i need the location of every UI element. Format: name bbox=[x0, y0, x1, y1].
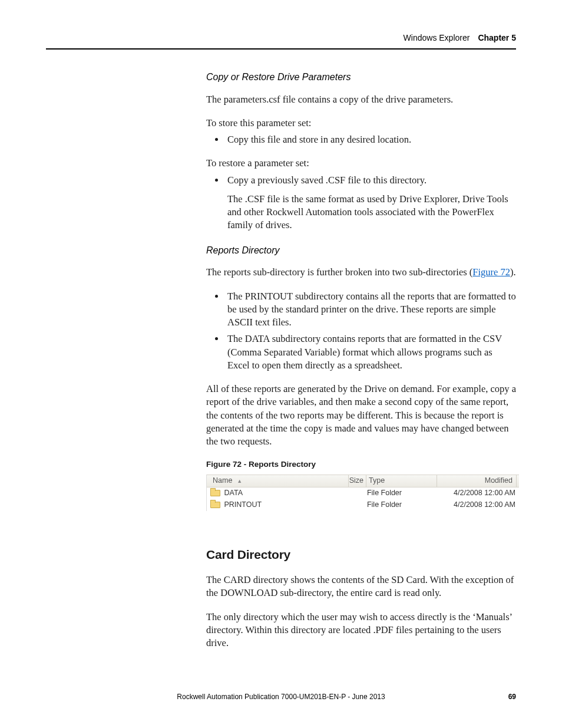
column-header-type-label: Type bbox=[369, 476, 385, 486]
store-leadin: To store this parameter set: bbox=[206, 117, 516, 130]
header-rule bbox=[46, 48, 516, 50]
list-item-modified: 4/2/2008 12:00 AM bbox=[437, 488, 519, 498]
column-header-size-label: Size bbox=[349, 476, 363, 486]
list-item[interactable]: DATA File Folder 4/2/2008 12:00 AM bbox=[207, 487, 519, 499]
column-header-size[interactable]: Size bbox=[349, 475, 366, 487]
reports-bullet-list: The PRINTOUT subdirectory contains all t… bbox=[206, 290, 516, 373]
header-chapter-label: Chapter 5 bbox=[478, 33, 516, 42]
reports-bullet-data: The DATA subdirectory contains reports t… bbox=[225, 332, 516, 372]
restore-note: The .CSF file is the same format as used… bbox=[227, 193, 516, 232]
heading-reports-directory: Reports Directory bbox=[206, 244, 516, 257]
card-directory-p2: The only directory which the user may wi… bbox=[206, 611, 516, 650]
folder-icon bbox=[210, 488, 219, 495]
heading-card-directory: Card Directory bbox=[206, 546, 516, 563]
column-header-name[interactable]: Name ▲ bbox=[210, 475, 349, 487]
header-section-title: Windows Explorer bbox=[404, 33, 470, 42]
footer-page-number: 69 bbox=[492, 693, 516, 701]
store-bullet: Copy this file and store in any desired … bbox=[225, 133, 516, 146]
column-header-type[interactable]: Type bbox=[366, 475, 437, 487]
page-footer: Rockwell Automation Publication 7000-UM2… bbox=[46, 693, 516, 701]
list-item-type: File Folder bbox=[367, 500, 437, 510]
reports-closing: All of these reports are generated by th… bbox=[206, 383, 516, 448]
body-content: Copy or Restore Drive Parameters The par… bbox=[206, 71, 516, 650]
list-item-name: PRINTOUT bbox=[224, 500, 262, 509]
copy-restore-intro: The parameters.csf file contains a copy … bbox=[206, 93, 516, 106]
column-header-modified-label: Modified bbox=[485, 476, 513, 486]
figure-72-caption: Figure 72 - Reports Directory bbox=[206, 459, 516, 470]
restore-leadin: To restore a parameter set: bbox=[206, 157, 516, 170]
restore-bullet-text: Copy a previously saved .CSF file to thi… bbox=[227, 174, 427, 186]
reports-bullet-printout: The PRINTOUT subdirectory contains all t… bbox=[225, 290, 516, 330]
list-item-name: DATA bbox=[224, 489, 242, 497]
reports-intro: The reports sub-directory is further bro… bbox=[206, 266, 516, 279]
heading-copy-restore: Copy or Restore Drive Parameters bbox=[206, 71, 516, 84]
sort-ascending-icon: ▲ bbox=[237, 477, 242, 485]
card-directory-p1: The CARD directory shows the contents of… bbox=[206, 574, 516, 600]
restore-bullet-list: Copy a previously saved .CSF file to thi… bbox=[206, 174, 516, 232]
column-header-name-label: Name bbox=[213, 476, 232, 486]
footer-publication: Rockwell Automation Publication 7000-UM2… bbox=[70, 693, 492, 701]
running-header: Windows Explorer Chapter 5 bbox=[46, 33, 516, 48]
list-item[interactable]: PRINTOUT File Folder 4/2/2008 12:00 AM bbox=[207, 499, 519, 511]
list-item-modified: 4/2/2008 12:00 AM bbox=[437, 500, 519, 510]
figure-72-listview: Name ▲ Size Type Modified DATA bbox=[206, 475, 519, 511]
store-bullet-list: Copy this file and store in any desired … bbox=[206, 133, 516, 146]
listview-header-row: Name ▲ Size Type Modified bbox=[207, 475, 519, 487]
folder-icon bbox=[210, 500, 219, 507]
restore-bullet: Copy a previously saved .CSF file to thi… bbox=[225, 174, 516, 232]
figure-72-link[interactable]: Figure 72 bbox=[472, 266, 510, 278]
reports-intro-post: ). bbox=[510, 266, 516, 278]
column-header-modified[interactable]: Modified bbox=[437, 475, 517, 487]
reports-intro-pre: The reports sub-directory is further bro… bbox=[206, 266, 472, 278]
list-item-type: File Folder bbox=[367, 488, 437, 498]
